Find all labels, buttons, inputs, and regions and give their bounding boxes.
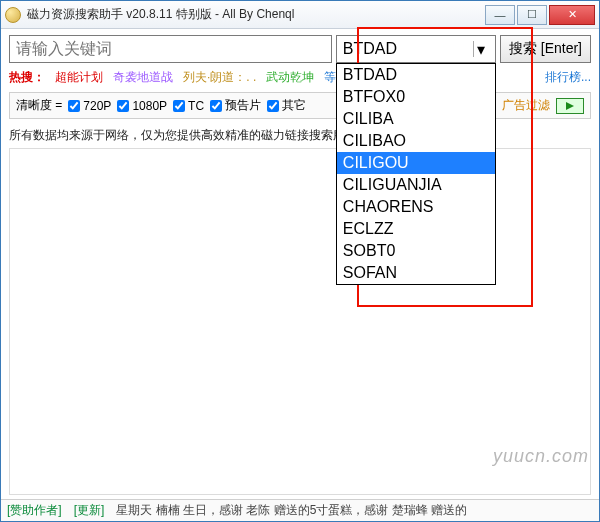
checkbox-other[interactable] (267, 100, 279, 112)
hot-item-0[interactable]: 超能计划 (55, 69, 103, 86)
dropdown-selected[interactable]: BTDAD ▾ (336, 35, 496, 63)
sponsor-link[interactable]: [赞助作者] (7, 502, 62, 519)
checkbox-trailer[interactable] (210, 100, 222, 112)
maximize-button[interactable]: ☐ (517, 5, 547, 25)
checkbox-tc[interactable] (173, 100, 185, 112)
info-text: 所有数据均来源于网络，仅为您提供高效精准的磁力链接搜索服务！ (9, 127, 591, 144)
results-area (9, 148, 591, 495)
dropdown-option[interactable]: CILIBAO (337, 130, 495, 152)
search-input[interactable] (9, 35, 332, 63)
dropdown-list[interactable]: BTDADBTFOX0CILIBACILIBAOCILIGOUCILIGUANJ… (336, 63, 496, 285)
dropdown-option[interactable]: ECLZZ (337, 218, 495, 240)
checkbox-1080p[interactable] (117, 100, 129, 112)
minimize-button[interactable]: — (485, 5, 515, 25)
hot-item-2[interactable]: 列夫·朗道：. . (183, 69, 256, 86)
update-link[interactable]: [更新] (74, 502, 105, 519)
play-button[interactable] (556, 98, 584, 114)
client-area: BTDAD ▾ BTDADBTFOX0CILIBACILIBAOCILIGOUC… (1, 29, 599, 499)
hot-item-1[interactable]: 奇袭地道战 (113, 69, 173, 86)
titlebar: 磁力资源搜索助手 v20.8.11 特别版 - All By Chenql — … (1, 1, 599, 29)
dropdown-option[interactable]: CHAORENS (337, 196, 495, 218)
dropdown-option[interactable]: CILIGUANJIA (337, 174, 495, 196)
search-row: BTDAD ▾ BTDADBTFOX0CILIBACILIBAOCILIGOUC… (9, 35, 591, 63)
chevron-down-icon: ▾ (473, 41, 489, 57)
dropdown-option[interactable]: CILIGOU (337, 152, 495, 174)
filter-other[interactable]: 其它 (267, 97, 306, 114)
status-message: 星期天 楠楠 生日，感谢 老陈 赠送的5寸蛋糕，感谢 楚瑞蜂 赠送的 (116, 502, 593, 519)
dropdown-selected-label: BTDAD (343, 40, 397, 58)
hot-label: 热搜： (9, 69, 45, 86)
ad-filter-label: 广告过滤 (502, 97, 550, 114)
filter-trailer[interactable]: 预告片 (210, 97, 261, 114)
dropdown-option[interactable]: BTFOX0 (337, 86, 495, 108)
app-icon (5, 7, 21, 23)
close-button[interactable]: ✕ (549, 5, 595, 25)
dropdown-option[interactable]: SOFAN (337, 262, 495, 284)
dropdown-option[interactable]: BTDAD (337, 64, 495, 86)
hot-item-3[interactable]: 武动乾坤 (266, 69, 314, 86)
dropdown-option[interactable]: CILIBA (337, 108, 495, 130)
window-buttons: — ☐ ✕ (483, 5, 595, 25)
rank-link[interactable]: 排行榜... (545, 69, 591, 86)
checkbox-720p[interactable] (68, 100, 80, 112)
search-button[interactable]: 搜索 [Enter] (500, 35, 591, 63)
filter-tc[interactable]: TC (173, 99, 204, 113)
play-icon (565, 101, 575, 111)
filter-1080p[interactable]: 1080P (117, 99, 167, 113)
hot-search-row: 热搜： 超能计划 奇袭地道战 列夫·朗道：. . 武动乾坤 等待野蛮人 排行榜.… (9, 69, 591, 86)
app-window: 磁力资源搜索助手 v20.8.11 特别版 - All By Chenql — … (0, 0, 600, 522)
window-title: 磁力资源搜索助手 v20.8.11 特别版 - All By Chenql (27, 6, 483, 23)
source-dropdown[interactable]: BTDAD ▾ BTDADBTFOX0CILIBACILIBAOCILIGOUC… (336, 35, 496, 63)
filter-label: 清晰度 = (16, 97, 62, 114)
dropdown-option[interactable]: SOBT0 (337, 240, 495, 262)
svg-marker-0 (566, 102, 574, 110)
filter-row: 清晰度 = 720P 1080P TC 预告片 其它 广告过滤 (9, 92, 591, 119)
statusbar: [赞助作者] [更新] 星期天 楠楠 生日，感谢 老陈 赠送的5寸蛋糕，感谢 楚… (1, 499, 599, 521)
filter-720p[interactable]: 720P (68, 99, 111, 113)
